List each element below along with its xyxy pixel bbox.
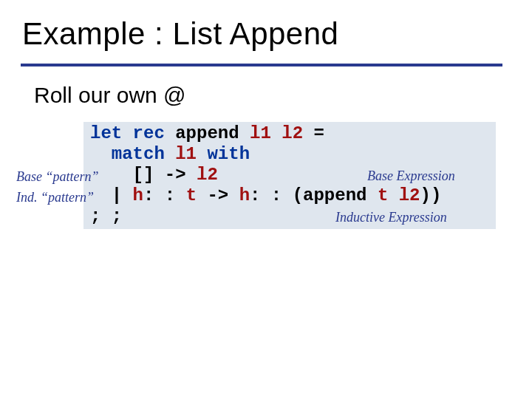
code-arg-l1: l1 [250,123,282,143]
code-base-result: l2 [197,165,218,185]
callout-base-pattern: Base “pattern” [16,169,99,185]
code-cons1: : : [143,185,186,205]
code-kw-with: with [207,144,250,164]
code-t2: t [378,185,399,205]
slide-title: Example : List Append [22,16,338,52]
code-fn-name: append [175,123,250,143]
code-terminator: ; ; [90,206,122,226]
code-cons2: : : ( [250,185,303,205]
code-l2b: l2 [399,185,420,205]
code-close: )) [420,185,442,205]
code-kw-match: match [90,144,175,164]
code-arg-l2: l2 [282,123,313,143]
code-h2: h [239,185,250,205]
code-eq: = [313,123,324,143]
code-rec-call: append [303,185,378,205]
code-match-var: l1 [175,144,207,164]
slide-subtitle: Roll our own @ [34,83,186,108]
slide: Example : List Append Roll our own @ let… [0,0,532,399]
title-underline [21,64,502,66]
code-t1: t [186,185,197,205]
callout-inductive-expression: Inductive Expression [335,210,447,225]
code-kw-let-rec: let rec [90,123,175,143]
callout-base-expression: Base Expression [367,168,455,184]
code-pipe: | [90,185,133,205]
code-arrow2: -> [197,185,239,205]
callout-inductive-pattern: Ind. “pattern” [16,190,94,205]
code-h1: h [133,185,143,205]
code-nil-arrow: [] -> [90,165,197,185]
